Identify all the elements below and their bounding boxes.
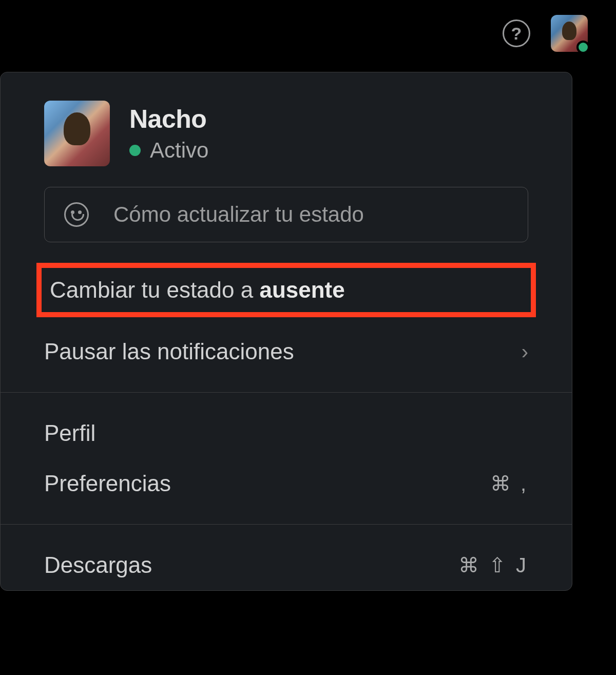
status-dot-icon: [129, 145, 141, 156]
presence-indicator: [576, 41, 590, 54]
menu-item-downloads[interactable]: Descargas ⌘ ⇧ J: [1, 540, 572, 590]
keyboard-shortcut: ⌘ ⇧ J: [458, 553, 528, 577]
menu-item-change-status[interactable]: Cambiar tu estado a ausente: [48, 272, 525, 308]
highlight-annotation: Cambiar tu estado a ausente: [36, 263, 536, 317]
divider: [1, 524, 572, 525]
menu-item-label: Preferencias: [44, 471, 171, 496]
user-header: Nacho Activo: [1, 101, 572, 187]
divider: [1, 392, 572, 393]
update-status-input[interactable]: Cómo actualizar tu estado: [44, 187, 528, 242]
avatar-image-large: [44, 101, 110, 166]
chevron-right-icon: ›: [522, 340, 528, 363]
menu-item-preferences[interactable]: Preferencias ⌘ ,: [1, 458, 572, 509]
menu-item-label: Pausar las notificaciones: [44, 339, 294, 364]
topbar: ?: [0, 0, 616, 67]
user-avatar-button[interactable]: [551, 15, 588, 52]
help-icon[interactable]: ?: [503, 20, 530, 47]
status-text: Activo: [150, 138, 208, 163]
user-menu-dropdown: Nacho Activo Cómo actualizar tu estado C…: [0, 72, 572, 591]
status-placeholder: Cómo actualizar tu estado: [113, 202, 364, 227]
user-info: Nacho Activo: [129, 104, 208, 163]
menu-item-pause-notifications[interactable]: Pausar las notificaciones ›: [1, 326, 572, 377]
menu-item-profile[interactable]: Perfil: [1, 408, 572, 458]
menu-item-label: Perfil: [44, 420, 95, 446]
user-status-row: Activo: [129, 138, 208, 163]
smiley-icon: [64, 202, 89, 227]
user-name: Nacho: [129, 104, 208, 134]
menu-item-label: Cambiar tu estado a ausente: [50, 277, 345, 303]
keyboard-shortcut: ⌘ ,: [490, 472, 528, 495]
status-input-wrap: Cómo actualizar tu estado: [44, 187, 528, 242]
menu-item-label: Descargas: [44, 552, 152, 578]
